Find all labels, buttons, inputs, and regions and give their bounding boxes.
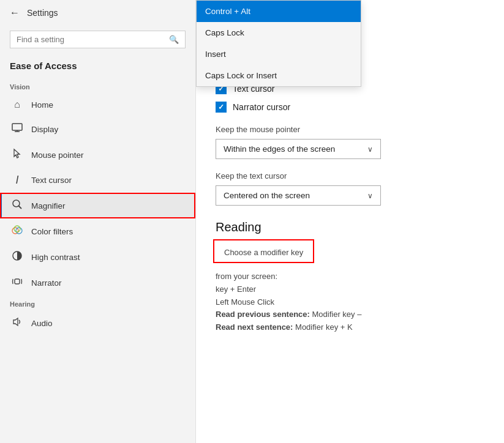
- reading-info: from your screen: key + Enter Left Mouse…: [216, 270, 484, 334]
- dropdown-item-insert[interactable]: Insert: [197, 43, 361, 65]
- reading-section-title: Reading: [216, 220, 484, 234]
- sidebar-item-label-home: Home: [31, 100, 53, 110]
- mouse-pointer-dropdown-value: Within the edges of the screen: [224, 144, 335, 154]
- reading-info-next-label: Read next sentence: Modifier key + K: [216, 322, 353, 332]
- text-cursor-setting-label: Keep the text cursor: [216, 171, 484, 181]
- svg-point-6: [16, 228, 22, 234]
- text-cursor-dropdown-value: Centered on the screen: [224, 191, 310, 200]
- reading-info-from: from your screen:: [216, 272, 277, 281]
- sidebar-title: Settings: [27, 8, 58, 18]
- mouse-pointer-setting-label: Keep the mouse pointer: [216, 125, 484, 134]
- sidebar-item-magnifier[interactable]: Magnifier: [0, 193, 195, 218]
- text-cursor-icon: I: [12, 174, 23, 187]
- svg-rect-9: [15, 279, 20, 284]
- svg-rect-0: [12, 124, 22, 130]
- text-cursor-setting: Keep the text cursor Centered on the scr…: [216, 171, 484, 206]
- checkbox-narrator-cursor: Narrator cursor: [216, 102, 484, 113]
- dropdown-item-caps-lock-insert[interactable]: Caps Lock or Insert: [197, 65, 361, 86]
- search-icon: 🔍: [169, 35, 179, 44]
- ease-of-access-label: Ease of Access: [0, 58, 195, 78]
- sidebar-item-high-contrast[interactable]: High contrast: [0, 244, 195, 270]
- sidebar-item-label-mouse: Mouse pointer: [31, 151, 84, 160]
- svg-line-4: [19, 206, 22, 209]
- magnifier-icon: [12, 199, 23, 212]
- sidebar-item-label-narrator: Narrator: [31, 278, 62, 288]
- sidebar-item-audio[interactable]: Audio: [0, 310, 195, 336]
- mouse-pointer-icon: [12, 148, 23, 162]
- audio-icon: [12, 316, 23, 330]
- sidebar-item-label-text-cursor: Text cursor: [31, 176, 72, 185]
- modifier-key-label: Choose a modifier key: [216, 242, 312, 261]
- sidebar-item-home[interactable]: ⌂ Home: [0, 93, 195, 116]
- checkbox-narrator-cursor-label: Narrator cursor: [233, 102, 290, 112]
- sidebar-item-label-high-contrast: High contrast: [31, 253, 80, 262]
- sidebar-item-narrator[interactable]: Narrator: [0, 270, 195, 296]
- vision-section-label: Vision: [0, 78, 195, 93]
- sidebar-header: ← Settings: [0, 0, 195, 26]
- sidebar-item-display[interactable]: Display: [0, 116, 195, 142]
- reading-section: Reading Choose a modifier key Control + …: [216, 220, 484, 334]
- reading-info-key-enter: key + Enter: [216, 285, 256, 294]
- mouse-pointer-setting: Keep the mouse pointer Within the edges …: [216, 125, 484, 159]
- reading-info-prev-label: Read previous sentence: Modifier key –: [216, 310, 361, 319]
- dropdown-item-caps-lock[interactable]: Caps Lock: [197, 22, 361, 43]
- back-icon: ←: [10, 7, 20, 18]
- svg-point-3: [13, 200, 20, 207]
- search-box: 🔍: [10, 31, 186, 48]
- high-contrast-icon: [12, 250, 23, 264]
- svg-point-7: [14, 226, 20, 232]
- reading-info-left-click: Left Mouse Click: [216, 297, 274, 307]
- sidebar: ← Settings 🔍 Ease of Access Vision ⌂ Hom…: [0, 0, 196, 443]
- sidebar-item-label-color-filters: Color filters: [31, 227, 73, 236]
- display-icon: [12, 122, 23, 136]
- mouse-pointer-chevron-icon: ∨: [367, 145, 373, 154]
- text-cursor-dropdown[interactable]: Centered on the screen ∨: [216, 185, 381, 206]
- main-content: Magnifier Mouse pointer Keyboard focus T…: [196, 0, 504, 443]
- sidebar-item-label-display: Display: [31, 125, 58, 134]
- text-cursor-chevron-icon: ∨: [367, 192, 373, 200]
- checkbox-narrator-cursor-box[interactable]: [216, 102, 227, 113]
- dropdown-item-ctrl-alt[interactable]: Control + Alt: [197, 1, 361, 22]
- modifier-key-dropdown-menu: Control + Alt Caps Lock Insert Caps Lock…: [196, 0, 361, 87]
- sidebar-item-mouse-pointer[interactable]: Mouse pointer: [0, 142, 195, 168]
- hearing-section-label: Hearing: [0, 296, 195, 310]
- sidebar-item-text-cursor[interactable]: I Text cursor: [0, 168, 195, 193]
- sidebar-item-label-audio: Audio: [31, 319, 53, 328]
- color-filters-icon: [12, 225, 23, 238]
- svg-marker-10: [13, 318, 18, 326]
- modifier-key-dropdown-area: Choose a modifier key Control + Alt Caps…: [216, 242, 312, 261]
- mouse-pointer-dropdown[interactable]: Within the edges of the screen ∨: [216, 139, 381, 159]
- back-button[interactable]: ←: [10, 7, 20, 18]
- narrator-icon: [12, 276, 23, 289]
- svg-point-5: [12, 228, 18, 234]
- search-input[interactable]: [17, 35, 169, 44]
- sidebar-item-color-filters[interactable]: Color filters: [0, 218, 195, 244]
- sidebar-item-label-magnifier: Magnifier: [31, 201, 66, 210]
- home-icon: ⌂: [12, 99, 23, 110]
